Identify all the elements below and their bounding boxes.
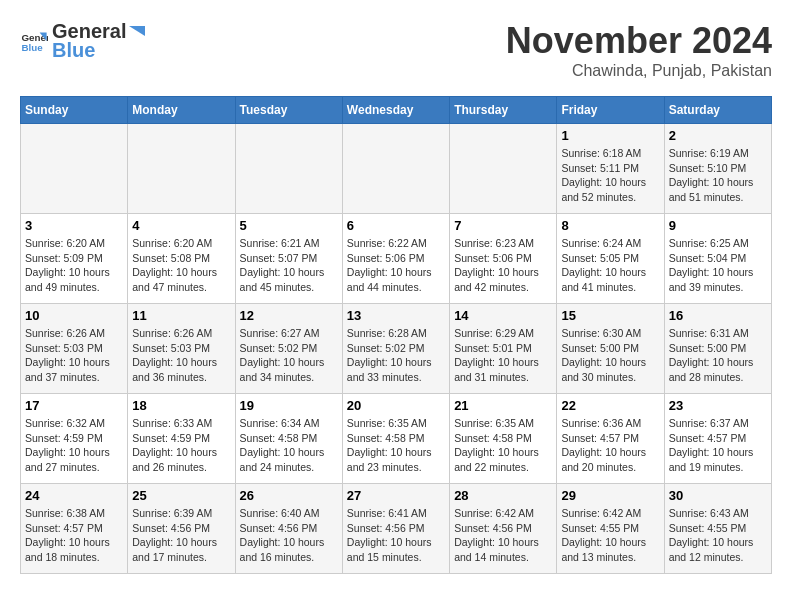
day-number: 21 <box>454 398 552 413</box>
table-row: 26Sunrise: 6:40 AMSunset: 4:56 PMDayligh… <box>235 484 342 574</box>
table-row: 8Sunrise: 6:24 AMSunset: 5:05 PMDaylight… <box>557 214 664 304</box>
day-info: Sunrise: 6:23 AMSunset: 5:06 PMDaylight:… <box>454 236 552 295</box>
day-number: 10 <box>25 308 123 323</box>
table-row: 5Sunrise: 6:21 AMSunset: 5:07 PMDaylight… <box>235 214 342 304</box>
day-info: Sunrise: 6:32 AMSunset: 4:59 PMDaylight:… <box>25 416 123 475</box>
page-header: General Blue General Blue November 2024 … <box>20 20 772 80</box>
header-sunday: Sunday <box>21 97 128 124</box>
table-row: 29Sunrise: 6:42 AMSunset: 4:55 PMDayligh… <box>557 484 664 574</box>
month-title: November 2024 <box>506 20 772 62</box>
table-row: 2Sunrise: 6:19 AMSunset: 5:10 PMDaylight… <box>664 124 771 214</box>
location-title: Chawinda, Punjab, Pakistan <box>506 62 772 80</box>
logo-chevron-icon <box>127 22 147 42</box>
calendar-week-3: 10Sunrise: 6:26 AMSunset: 5:03 PMDayligh… <box>21 304 772 394</box>
day-info: Sunrise: 6:41 AMSunset: 4:56 PMDaylight:… <box>347 506 445 565</box>
table-row: 28Sunrise: 6:42 AMSunset: 4:56 PMDayligh… <box>450 484 557 574</box>
header-wednesday: Wednesday <box>342 97 449 124</box>
svg-marker-3 <box>129 26 145 36</box>
day-number: 1 <box>561 128 659 143</box>
day-info: Sunrise: 6:35 AMSunset: 4:58 PMDaylight:… <box>454 416 552 475</box>
day-number: 6 <box>347 218 445 233</box>
day-info: Sunrise: 6:42 AMSunset: 4:56 PMDaylight:… <box>454 506 552 565</box>
table-row: 23Sunrise: 6:37 AMSunset: 4:57 PMDayligh… <box>664 394 771 484</box>
day-number: 14 <box>454 308 552 323</box>
day-info: Sunrise: 6:36 AMSunset: 4:57 PMDaylight:… <box>561 416 659 475</box>
day-number: 2 <box>669 128 767 143</box>
day-info: Sunrise: 6:29 AMSunset: 5:01 PMDaylight:… <box>454 326 552 385</box>
day-info: Sunrise: 6:20 AMSunset: 5:08 PMDaylight:… <box>132 236 230 295</box>
table-row <box>342 124 449 214</box>
day-number: 20 <box>347 398 445 413</box>
day-number: 16 <box>669 308 767 323</box>
day-info: Sunrise: 6:40 AMSunset: 4:56 PMDaylight:… <box>240 506 338 565</box>
day-number: 4 <box>132 218 230 233</box>
day-info: Sunrise: 6:31 AMSunset: 5:00 PMDaylight:… <box>669 326 767 385</box>
day-number: 17 <box>25 398 123 413</box>
day-number: 28 <box>454 488 552 503</box>
table-row: 20Sunrise: 6:35 AMSunset: 4:58 PMDayligh… <box>342 394 449 484</box>
header-saturday: Saturday <box>664 97 771 124</box>
table-row: 1Sunrise: 6:18 AMSunset: 5:11 PMDaylight… <box>557 124 664 214</box>
table-row: 9Sunrise: 6:25 AMSunset: 5:04 PMDaylight… <box>664 214 771 304</box>
table-row: 6Sunrise: 6:22 AMSunset: 5:06 PMDaylight… <box>342 214 449 304</box>
day-info: Sunrise: 6:30 AMSunset: 5:00 PMDaylight:… <box>561 326 659 385</box>
day-info: Sunrise: 6:28 AMSunset: 5:02 PMDaylight:… <box>347 326 445 385</box>
day-info: Sunrise: 6:27 AMSunset: 5:02 PMDaylight:… <box>240 326 338 385</box>
day-number: 24 <box>25 488 123 503</box>
table-row: 13Sunrise: 6:28 AMSunset: 5:02 PMDayligh… <box>342 304 449 394</box>
calendar-week-4: 17Sunrise: 6:32 AMSunset: 4:59 PMDayligh… <box>21 394 772 484</box>
day-number: 13 <box>347 308 445 323</box>
day-info: Sunrise: 6:22 AMSunset: 5:06 PMDaylight:… <box>347 236 445 295</box>
calendar-table: Sunday Monday Tuesday Wednesday Thursday… <box>20 96 772 574</box>
header-tuesday: Tuesday <box>235 97 342 124</box>
day-number: 11 <box>132 308 230 323</box>
table-row: 4Sunrise: 6:20 AMSunset: 5:08 PMDaylight… <box>128 214 235 304</box>
day-info: Sunrise: 6:38 AMSunset: 4:57 PMDaylight:… <box>25 506 123 565</box>
day-info: Sunrise: 6:39 AMSunset: 4:56 PMDaylight:… <box>132 506 230 565</box>
header-monday: Monday <box>128 97 235 124</box>
table-row: 11Sunrise: 6:26 AMSunset: 5:03 PMDayligh… <box>128 304 235 394</box>
day-number: 5 <box>240 218 338 233</box>
calendar-header-row: Sunday Monday Tuesday Wednesday Thursday… <box>21 97 772 124</box>
header-thursday: Thursday <box>450 97 557 124</box>
day-number: 18 <box>132 398 230 413</box>
day-info: Sunrise: 6:37 AMSunset: 4:57 PMDaylight:… <box>669 416 767 475</box>
table-row: 7Sunrise: 6:23 AMSunset: 5:06 PMDaylight… <box>450 214 557 304</box>
day-number: 30 <box>669 488 767 503</box>
table-row: 3Sunrise: 6:20 AMSunset: 5:09 PMDaylight… <box>21 214 128 304</box>
table-row: 21Sunrise: 6:35 AMSunset: 4:58 PMDayligh… <box>450 394 557 484</box>
calendar-week-2: 3Sunrise: 6:20 AMSunset: 5:09 PMDaylight… <box>21 214 772 304</box>
day-number: 27 <box>347 488 445 503</box>
day-number: 3 <box>25 218 123 233</box>
table-row: 18Sunrise: 6:33 AMSunset: 4:59 PMDayligh… <box>128 394 235 484</box>
table-row <box>21 124 128 214</box>
day-info: Sunrise: 6:20 AMSunset: 5:09 PMDaylight:… <box>25 236 123 295</box>
table-row: 12Sunrise: 6:27 AMSunset: 5:02 PMDayligh… <box>235 304 342 394</box>
table-row: 14Sunrise: 6:29 AMSunset: 5:01 PMDayligh… <box>450 304 557 394</box>
day-info: Sunrise: 6:43 AMSunset: 4:55 PMDaylight:… <box>669 506 767 565</box>
logo-icon: General Blue <box>20 27 48 55</box>
day-number: 23 <box>669 398 767 413</box>
svg-text:Blue: Blue <box>21 42 43 53</box>
table-row: 17Sunrise: 6:32 AMSunset: 4:59 PMDayligh… <box>21 394 128 484</box>
day-number: 8 <box>561 218 659 233</box>
table-row <box>128 124 235 214</box>
day-info: Sunrise: 6:35 AMSunset: 4:58 PMDaylight:… <box>347 416 445 475</box>
table-row: 30Sunrise: 6:43 AMSunset: 4:55 PMDayligh… <box>664 484 771 574</box>
day-info: Sunrise: 6:25 AMSunset: 5:04 PMDaylight:… <box>669 236 767 295</box>
table-row: 25Sunrise: 6:39 AMSunset: 4:56 PMDayligh… <box>128 484 235 574</box>
table-row: 16Sunrise: 6:31 AMSunset: 5:00 PMDayligh… <box>664 304 771 394</box>
day-info: Sunrise: 6:33 AMSunset: 4:59 PMDaylight:… <box>132 416 230 475</box>
table-row: 27Sunrise: 6:41 AMSunset: 4:56 PMDayligh… <box>342 484 449 574</box>
day-number: 12 <box>240 308 338 323</box>
header-friday: Friday <box>557 97 664 124</box>
day-info: Sunrise: 6:19 AMSunset: 5:10 PMDaylight:… <box>669 146 767 205</box>
table-row: 22Sunrise: 6:36 AMSunset: 4:57 PMDayligh… <box>557 394 664 484</box>
day-info: Sunrise: 6:34 AMSunset: 4:58 PMDaylight:… <box>240 416 338 475</box>
table-row <box>450 124 557 214</box>
table-row: 10Sunrise: 6:26 AMSunset: 5:03 PMDayligh… <box>21 304 128 394</box>
day-number: 26 <box>240 488 338 503</box>
table-row: 19Sunrise: 6:34 AMSunset: 4:58 PMDayligh… <box>235 394 342 484</box>
calendar-week-5: 24Sunrise: 6:38 AMSunset: 4:57 PMDayligh… <box>21 484 772 574</box>
table-row: 15Sunrise: 6:30 AMSunset: 5:00 PMDayligh… <box>557 304 664 394</box>
